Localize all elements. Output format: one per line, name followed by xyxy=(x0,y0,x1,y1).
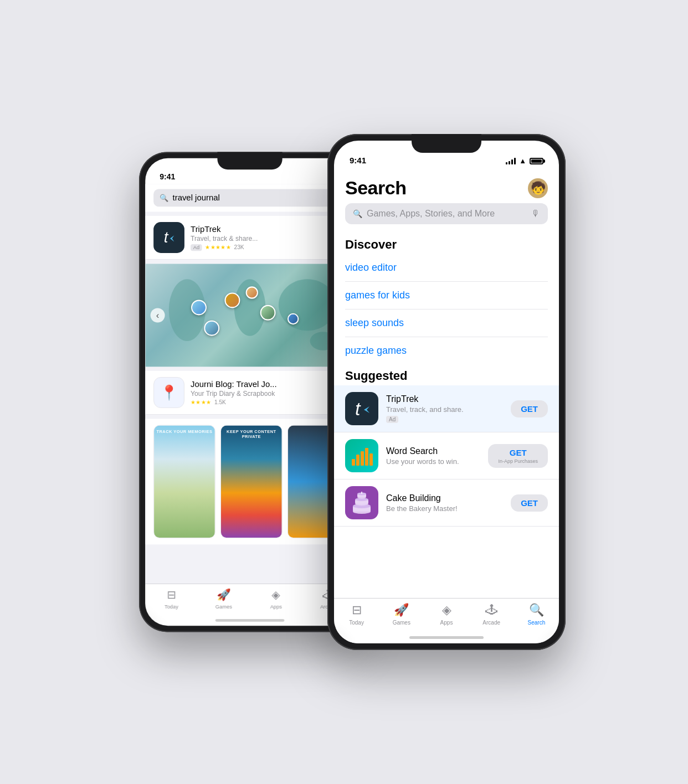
apps-icon-left: ◈ xyxy=(271,588,280,601)
screenshot-2: KEEP YOUR CONTENT PRIVATE xyxy=(220,425,283,539)
home-indicator-right xyxy=(409,636,484,639)
right-content: Search 🧒 🔍 Games, Apps, Stories, and Mor… xyxy=(334,168,559,598)
battery-icon xyxy=(530,158,543,164)
journi-meta: ★★★★ 1.5K xyxy=(191,399,346,406)
rating-left: 23K xyxy=(234,244,244,250)
left-content: 🔍 travel journal t Tr xyxy=(145,184,355,584)
avatar-emoji: 🧒 xyxy=(531,181,546,195)
map-bg xyxy=(145,264,355,367)
page-title: Search xyxy=(345,177,406,199)
today-label-left: Today xyxy=(165,604,178,609)
triptrek-desc-right: Travel, track, and share. xyxy=(386,405,503,414)
journi-info: Journi Blog: Travel Jo... Your Trip Diar… xyxy=(191,379,346,405)
discover-list: video editor games for kids sleep sounds… xyxy=(334,254,559,364)
svg-rect-8 xyxy=(361,451,364,466)
wordsearch-info: Word Search Use your words to win. xyxy=(386,446,480,466)
apps-icon-right: ◈ xyxy=(442,603,451,617)
tab-apps-right[interactable]: ◈ Apps xyxy=(424,603,469,626)
mic-icon[interactable]: 🎙 xyxy=(531,209,540,219)
triptrek-name-left: TripTrek xyxy=(191,224,346,234)
search-field-right[interactable]: 🔍 Games, Apps, Stories, and More 🎙 xyxy=(345,203,548,224)
cake-desc: Be the Bakery Master! xyxy=(386,504,503,513)
discover-sleep-sounds[interactable]: sleep sounds xyxy=(345,310,548,337)
cake-get-label: GET xyxy=(521,498,538,508)
svg-rect-6 xyxy=(352,459,355,466)
phone-right: 9:41 ▲ Searc xyxy=(327,134,566,650)
cake-info: Cake Building Be the Bakery Master! xyxy=(386,493,503,513)
suggested-wordsearch[interactable]: Word Search Use your words to win. GET I… xyxy=(334,432,559,479)
triptrek-name-right: TripTrek xyxy=(386,394,503,404)
notch-right xyxy=(412,134,481,153)
signal-bars xyxy=(506,158,516,164)
tab-search-right[interactable]: 🔍 Search xyxy=(514,603,559,626)
svg-rect-10 xyxy=(369,453,373,466)
ad-result[interactable]: t TripTrek Travel, track & share... Ad ★… xyxy=(145,216,355,260)
map-back-arrow[interactable]: ‹ xyxy=(151,308,165,322)
map-pin-6 xyxy=(287,313,299,324)
triptrek-get-button[interactable]: GET xyxy=(511,400,548,417)
svg-text:t: t xyxy=(355,398,361,419)
page-header: Search 🧒 xyxy=(334,168,559,203)
games-icon-left: 🚀 xyxy=(217,588,230,601)
suggested-cake[interactable]: Cake Building Be the Bakery Master! GET xyxy=(334,479,559,527)
today-icon-left: ⊟ xyxy=(167,588,176,601)
triptrek-info-left: TripTrek Travel, track & share... Ad ★★★… xyxy=(191,224,346,250)
games-label-left: Games xyxy=(215,604,232,609)
screen-right: 9:41 ▲ Searc xyxy=(334,141,559,643)
journi-result[interactable]: 📍 Journi Blog: Travel Jo... Your Trip Di… xyxy=(145,371,355,415)
avatar[interactable]: 🧒 xyxy=(528,178,548,198)
triptrek-icon-right: t xyxy=(345,392,378,425)
stars-left: ★★★★★ xyxy=(205,244,231,251)
journi-stars: ★★★★ xyxy=(191,399,211,406)
suggested-triptrek[interactable]: t TripTrek Travel, track, and share. Ad … xyxy=(334,385,559,432)
tab-apps-left[interactable]: ◈ Apps xyxy=(250,588,302,609)
discover-video-editor[interactable]: video editor xyxy=(345,254,548,282)
bar-3 xyxy=(511,159,513,164)
search-icon-right: 🔍 xyxy=(353,209,362,218)
tab-today-right[interactable]: ⊟ Today xyxy=(334,603,379,626)
screen-left: 9:41 🔍 travel journal t xyxy=(145,158,355,626)
cake-get-button[interactable]: GET xyxy=(511,494,548,512)
search-icon-tab: 🔍 xyxy=(529,603,544,617)
time-left: 9:41 xyxy=(160,172,340,181)
tab-arcade-right[interactable]: 🕹 Arcade xyxy=(469,603,514,626)
screenshot-label-2: KEEP YOUR CONTENT PRIVATE xyxy=(221,430,282,439)
suggested-section: t TripTrek Travel, track, and share. Ad … xyxy=(334,385,559,527)
today-label-right: Today xyxy=(349,620,364,626)
cake-icon xyxy=(345,486,378,519)
bar-1 xyxy=(506,162,507,164)
apps-label-left: Apps xyxy=(270,604,282,609)
arcade-icon-right: 🕹 xyxy=(485,603,497,617)
svg-rect-7 xyxy=(356,455,360,466)
triptrek-icon-left: t xyxy=(153,222,184,253)
discover-games-kids[interactable]: games for kids xyxy=(345,282,548,310)
search-placeholder: Games, Apps, Stories, and More xyxy=(367,209,527,219)
status-icons-right: ▲ xyxy=(506,157,543,165)
tab-today-left[interactable]: ⊟ Today xyxy=(145,588,197,609)
svg-text:t: t xyxy=(164,229,169,246)
discover-puzzle-games[interactable]: puzzle games xyxy=(345,337,548,364)
wordsearch-get-button[interactable]: GET In-App Purchases xyxy=(488,444,548,468)
wordsearch-get-label: GET xyxy=(510,448,527,457)
bar-4 xyxy=(514,158,516,164)
triptrek-meta-left: Ad ★★★★★ 23K xyxy=(191,244,346,251)
tab-games-right[interactable]: 🚀 Games xyxy=(379,603,424,626)
triptrek-ad-badge: Ad xyxy=(386,416,398,423)
search-query: travel journal xyxy=(173,193,220,203)
games-label-right: Games xyxy=(393,620,410,626)
screenshot-1: TRACK YOUR MEMORIES xyxy=(153,425,215,539)
bar-2 xyxy=(509,161,510,164)
home-indicator-left xyxy=(215,619,285,622)
today-icon-right: ⊟ xyxy=(352,603,362,617)
suggested-title: Suggested xyxy=(334,364,559,385)
search-label-right: Search xyxy=(528,620,546,626)
journi-subtitle: Your Trip Diary & Scrapbook xyxy=(191,389,346,397)
tab-games-left[interactable]: 🚀 Games xyxy=(198,588,250,609)
wordsearch-get-sub: In-App Purchases xyxy=(498,458,538,464)
search-bar-container: 🔍 travel journal xyxy=(145,184,355,212)
search-bar-left[interactable]: 🔍 travel journal xyxy=(153,189,346,207)
battery-fill xyxy=(531,159,542,163)
journi-icon: 📍 xyxy=(153,377,184,408)
scene: 9:41 🔍 travel journal t xyxy=(0,0,688,784)
ad-badge-left: Ad xyxy=(191,244,202,251)
